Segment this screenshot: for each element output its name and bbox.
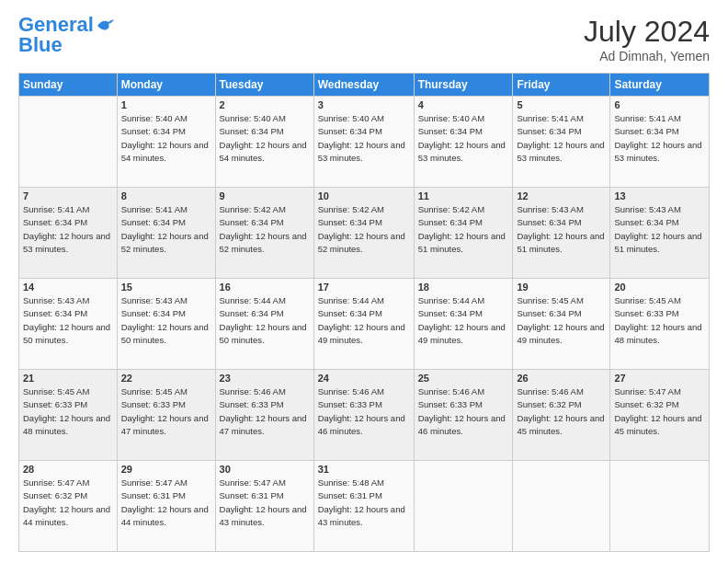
calendar-cell: 27 Sunrise: 5:47 AM Sunset: 6:32 PM Dayl… (610, 370, 710, 461)
calendar-cell: 31 Sunrise: 5:48 AM Sunset: 6:31 PM Dayl… (313, 461, 414, 552)
weekday-header-tuesday: Tuesday (215, 74, 313, 97)
calendar-cell: 22 Sunrise: 5:45 AM Sunset: 6:33 PM Dayl… (117, 370, 215, 461)
daylight-text: Daylight: 12 hours and 49 minutes. (517, 322, 604, 345)
sunset-text: Sunset: 6:34 PM (220, 308, 284, 318)
day-number: 5 (517, 99, 606, 110)
cell-info: Sunrise: 5:43 AM Sunset: 6:34 PM Dayligh… (517, 203, 606, 256)
cell-info: Sunrise: 5:46 AM Sunset: 6:33 PM Dayligh… (418, 385, 509, 438)
cell-info: Sunrise: 5:46 AM Sunset: 6:33 PM Dayligh… (318, 385, 410, 438)
day-number: 15 (121, 282, 211, 293)
location: Ad Dimnah, Yemen (584, 49, 710, 63)
day-number: 18 (418, 282, 509, 293)
cell-info: Sunrise: 5:41 AM Sunset: 6:34 PM Dayligh… (121, 203, 211, 256)
daylight-text: Daylight: 12 hours and 48 minutes. (614, 322, 701, 345)
calendar-cell: 30 Sunrise: 5:47 AM Sunset: 6:31 PM Dayl… (215, 461, 313, 552)
sunset-text: Sunset: 6:34 PM (614, 217, 678, 227)
sunset-text: Sunset: 6:33 PM (318, 399, 382, 409)
cell-info: Sunrise: 5:47 AM Sunset: 6:31 PM Dayligh… (121, 477, 211, 529)
sunset-text: Sunset: 6:33 PM (121, 399, 186, 409)
cell-info: Sunrise: 5:44 AM Sunset: 6:34 PM Dayligh… (318, 294, 410, 347)
day-number: 23 (220, 373, 310, 384)
cell-info: Sunrise: 5:45 AM Sunset: 6:33 PM Dayligh… (614, 294, 705, 347)
daylight-text: Daylight: 12 hours and 49 minutes. (418, 322, 506, 345)
daylight-text: Daylight: 12 hours and 47 minutes. (121, 413, 209, 436)
calendar-cell: 11 Sunrise: 5:42 AM Sunset: 6:34 PM Dayl… (414, 188, 513, 279)
cell-info: Sunrise: 5:40 AM Sunset: 6:34 PM Dayligh… (318, 112, 410, 165)
calendar-cell: 16 Sunrise: 5:44 AM Sunset: 6:34 PM Dayl… (215, 279, 313, 370)
daylight-text: Daylight: 12 hours and 45 minutes. (517, 413, 604, 436)
daylight-text: Daylight: 12 hours and 53 minutes. (517, 140, 604, 163)
daylight-text: Daylight: 12 hours and 46 minutes. (318, 413, 405, 436)
sunrise-text: Sunrise: 5:47 AM (220, 477, 286, 488)
day-number: 10 (318, 190, 410, 201)
sunrise-text: Sunrise: 5:40 AM (318, 113, 384, 123)
sunset-text: Sunset: 6:31 PM (121, 490, 186, 500)
calendar-cell: 21 Sunrise: 5:45 AM Sunset: 6:33 PM Dayl… (19, 370, 118, 461)
sunrise-text: Sunrise: 5:46 AM (517, 386, 583, 396)
day-number: 4 (418, 99, 509, 110)
sunrise-text: Sunrise: 5:40 AM (418, 113, 484, 123)
cell-info: Sunrise: 5:42 AM Sunset: 6:34 PM Dayligh… (220, 203, 310, 256)
calendar-cell: 15 Sunrise: 5:43 AM Sunset: 6:34 PM Dayl… (117, 279, 215, 370)
week-row-2: 7 Sunrise: 5:41 AM Sunset: 6:34 PM Dayli… (19, 188, 710, 279)
sunrise-text: Sunrise: 5:43 AM (517, 204, 583, 214)
calendar-cell: 23 Sunrise: 5:46 AM Sunset: 6:33 PM Dayl… (215, 370, 313, 461)
sunset-text: Sunset: 6:34 PM (121, 308, 186, 318)
logo-bird-icon (96, 18, 116, 35)
calendar-cell (513, 461, 610, 552)
cell-info: Sunrise: 5:42 AM Sunset: 6:34 PM Dayligh… (418, 203, 509, 256)
cell-info: Sunrise: 5:42 AM Sunset: 6:34 PM Dayligh… (318, 203, 410, 256)
day-number: 26 (517, 373, 606, 384)
calendar-cell (610, 461, 710, 552)
daylight-text: Daylight: 12 hours and 53 minutes. (418, 140, 506, 163)
cell-info: Sunrise: 5:43 AM Sunset: 6:34 PM Dayligh… (614, 203, 705, 256)
daylight-text: Daylight: 12 hours and 51 minutes. (418, 231, 506, 254)
logo-text: GeneralBlue (18, 15, 94, 55)
day-number: 1 (121, 99, 211, 110)
calendar-cell: 9 Sunrise: 5:42 AM Sunset: 6:34 PM Dayli… (215, 188, 313, 279)
day-number: 8 (121, 190, 211, 201)
day-number: 6 (614, 99, 705, 110)
day-number: 12 (517, 190, 606, 201)
sunrise-text: Sunrise: 5:44 AM (318, 295, 384, 305)
sunset-text: Sunset: 6:34 PM (418, 126, 483, 136)
logo: GeneralBlue (18, 15, 116, 55)
day-number: 21 (23, 373, 113, 384)
daylight-text: Daylight: 12 hours and 53 minutes. (614, 140, 701, 163)
sunset-text: Sunset: 6:34 PM (318, 308, 382, 318)
daylight-text: Daylight: 12 hours and 51 minutes. (517, 231, 604, 254)
title-block: July 2024 Ad Dimnah, Yemen (584, 15, 710, 63)
day-number: 30 (220, 464, 310, 475)
calendar-cell: 17 Sunrise: 5:44 AM Sunset: 6:34 PM Dayl… (313, 279, 414, 370)
cell-info: Sunrise: 5:41 AM Sunset: 6:34 PM Dayligh… (614, 112, 705, 165)
sunset-text: Sunset: 6:34 PM (418, 308, 483, 318)
weekday-header-saturday: Saturday (610, 74, 710, 97)
sunrise-text: Sunrise: 5:44 AM (418, 295, 484, 305)
sunset-text: Sunset: 6:34 PM (121, 126, 186, 136)
daylight-text: Daylight: 12 hours and 43 minutes. (318, 504, 405, 527)
week-row-1: 1 Sunrise: 5:40 AM Sunset: 6:34 PM Dayli… (19, 97, 710, 188)
day-number: 3 (318, 99, 410, 110)
sunset-text: Sunset: 6:34 PM (23, 217, 87, 227)
cell-info: Sunrise: 5:44 AM Sunset: 6:34 PM Dayligh… (220, 294, 310, 347)
daylight-text: Daylight: 12 hours and 48 minutes. (23, 413, 110, 436)
calendar-cell: 24 Sunrise: 5:46 AM Sunset: 6:33 PM Dayl… (313, 370, 414, 461)
sunrise-text: Sunrise: 5:42 AM (220, 204, 286, 214)
calendar-cell: 29 Sunrise: 5:47 AM Sunset: 6:31 PM Dayl… (117, 461, 215, 552)
sunset-text: Sunset: 6:31 PM (220, 490, 284, 500)
sunrise-text: Sunrise: 5:43 AM (23, 295, 89, 305)
daylight-text: Daylight: 12 hours and 45 minutes. (614, 413, 701, 436)
day-number: 25 (418, 373, 509, 384)
sunrise-text: Sunrise: 5:45 AM (121, 386, 188, 396)
month-year: July 2024 (584, 15, 710, 49)
cell-info: Sunrise: 5:48 AM Sunset: 6:31 PM Dayligh… (318, 477, 410, 529)
calendar-cell: 6 Sunrise: 5:41 AM Sunset: 6:34 PM Dayli… (610, 97, 710, 188)
sunrise-text: Sunrise: 5:40 AM (220, 113, 286, 123)
calendar-cell: 5 Sunrise: 5:41 AM Sunset: 6:34 PM Dayli… (513, 97, 610, 188)
cell-info: Sunrise: 5:41 AM Sunset: 6:34 PM Dayligh… (517, 112, 606, 165)
day-number: 22 (121, 373, 211, 384)
cell-info: Sunrise: 5:40 AM Sunset: 6:34 PM Dayligh… (220, 112, 310, 165)
daylight-text: Daylight: 12 hours and 43 minutes. (220, 504, 307, 527)
sunrise-text: Sunrise: 5:43 AM (614, 204, 680, 214)
weekday-header-thursday: Thursday (414, 74, 513, 97)
